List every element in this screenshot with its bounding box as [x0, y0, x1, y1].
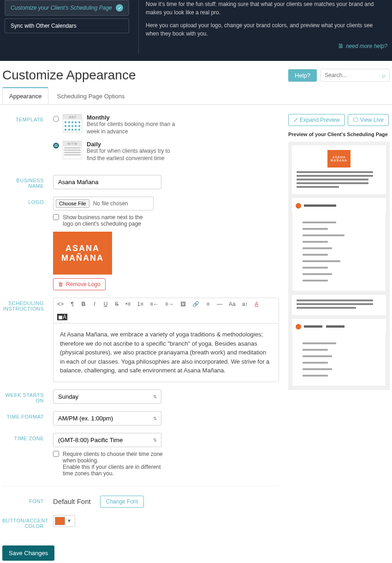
accent-color-picker[interactable]: ▼ [53, 515, 75, 527]
preview-logo: ASANA MAÑANA [327, 150, 350, 168]
align-icon[interactable]: ≡ [206, 301, 210, 307]
label-logo: LOGO [2, 197, 53, 290]
show-name-checkbox[interactable] [53, 214, 59, 220]
bullet-list-icon[interactable]: •≡ [125, 301, 131, 307]
document-icon: 🗎 [338, 42, 344, 49]
monitor-icon: 🖵 [353, 117, 358, 123]
label-time-zone: TIME ZONE [2, 433, 53, 477]
expand-icon: ⤢ [293, 117, 298, 123]
template-monthly-title: Monthly [87, 114, 110, 121]
change-font-button[interactable]: Change Font [100, 496, 144, 508]
help-button[interactable]: Help? [288, 69, 317, 82]
tab-appearance[interactable]: Appearance [2, 87, 48, 104]
line-height-icon[interactable]: a↕ [242, 301, 248, 307]
preview-bullet-icon [296, 203, 301, 209]
view-live-button[interactable]: 🖵 View Live [348, 114, 389, 126]
search-icon[interactable]: ⌕ [382, 72, 386, 79]
label-accent-color: BUTTON/ACCENT COLOR [2, 515, 53, 529]
onboard-item-label: Customize your Client's Scheduling Page [11, 5, 112, 11]
logo-preview: ASANA MAÑANA [53, 232, 112, 275]
require-tz-label: Require clients to choose their time zon… [63, 451, 163, 464]
indent-icon[interactable]: ≡→ [165, 301, 174, 307]
onboarding-banner: Customize your Client's Scheduling Page … [0, 0, 392, 61]
monthly-calendar-icon: JULY [63, 114, 82, 132]
preview-section-1-body [292, 212, 386, 291]
preview-section-2-body [292, 333, 386, 386]
time-format-select[interactable]: AM/PM (ex. 1:00pm) [53, 411, 161, 425]
need-more-help-link[interactable]: need more help? [346, 43, 387, 49]
instructions-editor[interactable]: At Asana Mañana, we embrace a variety of… [53, 323, 279, 382]
label-instructions: SCHEDULING INSTRUCTIONS [2, 298, 53, 382]
outdent-icon[interactable]: ≡← [150, 301, 159, 307]
remove-logo-button[interactable]: 🗑 Remove Logo [53, 278, 106, 290]
label-week-starts: WEEK STARTS ON [2, 389, 53, 404]
template-monthly-option[interactable]: JULY Monthly Best for clients booking mo… [53, 114, 279, 135]
show-name-label: Show business name next to the logo on c… [63, 214, 150, 227]
page-title: Customize Appearance [2, 68, 136, 83]
intro-text-1: Now it's time for the fun stuff: making … [146, 0, 387, 17]
chevron-down-icon: ▼ [65, 518, 73, 523]
tabs: Appearance Scheduling Page Options [0, 87, 392, 105]
search-input[interactable] [325, 72, 382, 78]
number-list-icon[interactable]: 1≡ [137, 301, 143, 307]
bold-icon[interactable]: B [81, 301, 86, 307]
require-tz-hint: Enable this if your clients are in diffe… [63, 464, 161, 477]
file-status: No file chosen [93, 200, 128, 207]
trash-icon: 🗑 [58, 281, 64, 287]
template-daily-title: Daily [87, 141, 101, 148]
page-header: Customize Appearance Help? ⌕ [0, 61, 392, 87]
editor-toolbar: <> ¶ B I U S •≡ 1≡ ≡← ≡→ 🖼 🔗 ≡ — Aa a↕ [53, 298, 279, 323]
intro-text-2: Here you can upload your logo, change yo… [146, 21, 387, 38]
preview-section-1 [292, 198, 386, 212]
preview-pane: ASANA MAÑANA [288, 142, 390, 390]
expand-preview-button[interactable]: ⤢ Expand Preview [288, 114, 345, 126]
label-business-name: BUSINESS NAME [2, 175, 53, 189]
bg-color-icon[interactable]: ◼A [57, 314, 67, 320]
onboard-customize-page[interactable]: Customize your Client's Scheduling Page … [5, 0, 129, 16]
preview-header-card: ASANA MAÑANA [292, 145, 386, 194]
template-daily-desc: Best for when clients always try to find… [87, 148, 179, 162]
preview-card-2 [292, 295, 386, 315]
week-starts-select[interactable]: Sunday [53, 389, 161, 404]
link-icon[interactable]: 🔗 [192, 301, 199, 307]
font-value: Default Font [53, 497, 91, 505]
check-icon: ✓ [116, 4, 123, 12]
strike-icon[interactable]: S [114, 301, 119, 307]
label-time-format: TIME FORMAT [2, 411, 53, 425]
preview-section-2 [292, 319, 386, 333]
tab-scheduling-options[interactable]: Scheduling Page Options [50, 88, 132, 104]
save-changes-button[interactable]: Save Changes [2, 545, 54, 561]
color-swatch [55, 517, 65, 525]
preview-title: Preview of your Client's Scheduling Page [288, 132, 390, 137]
text-color-icon[interactable]: A [254, 301, 259, 307]
require-tz-row[interactable]: Require clients to choose their time zon… [53, 451, 164, 477]
onboard-item-label: Sync with Other Calendars [11, 23, 77, 29]
template-daily-option[interactable]: M T W Daily Best for when clients always… [53, 141, 279, 162]
image-icon[interactable]: 🖼 [180, 301, 186, 307]
time-zone-select[interactable]: (GMT-8:00) Pacific Time [53, 433, 161, 447]
underline-icon[interactable]: U [103, 301, 108, 307]
label-font: FONT [2, 496, 53, 508]
require-tz-checkbox[interactable] [53, 451, 59, 457]
show-name-checkbox-row[interactable]: Show business name next to the logo on c… [53, 214, 150, 227]
choose-file-button[interactable]: Choose File [56, 199, 89, 208]
business-name-input[interactable] [53, 175, 161, 189]
code-icon[interactable]: <> [57, 301, 64, 307]
template-monthly-desc: Best for clients booking more than a wee… [87, 121, 179, 135]
daily-calendar-icon: M T W [63, 141, 82, 159]
divider [2, 486, 279, 486]
onboard-sync-calendars[interactable]: Sync with Other Calendars [5, 18, 129, 33]
search-box[interactable]: ⌕ [321, 69, 390, 82]
template-monthly-radio[interactable] [53, 116, 59, 122]
italic-icon[interactable]: I [92, 301, 97, 307]
paragraph-icon[interactable]: ¶ [70, 301, 75, 307]
font-size-icon[interactable]: Aa [229, 301, 236, 307]
label-template: TEMPLATE [2, 114, 53, 168]
template-daily-radio[interactable] [53, 143, 59, 149]
hr-icon[interactable]: — [217, 301, 222, 307]
preview-bullet-icon [296, 324, 301, 329]
